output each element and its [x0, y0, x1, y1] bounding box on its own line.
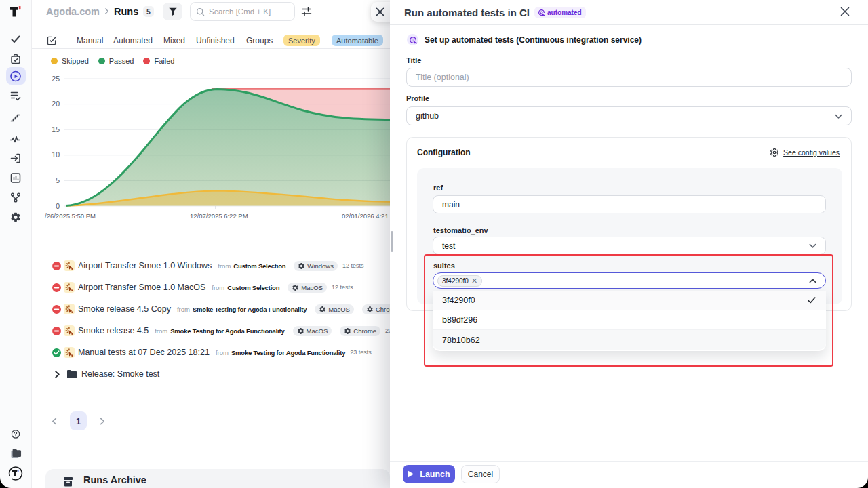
svg-text:25: 25 [52, 75, 60, 83]
svg-text:10: 10 [52, 150, 60, 159]
svg-text:5: 5 [56, 176, 60, 184]
svg-text:20: 20 [52, 100, 60, 108]
svg-text:15: 15 [52, 125, 60, 134]
svg-text:0: 0 [56, 202, 60, 210]
